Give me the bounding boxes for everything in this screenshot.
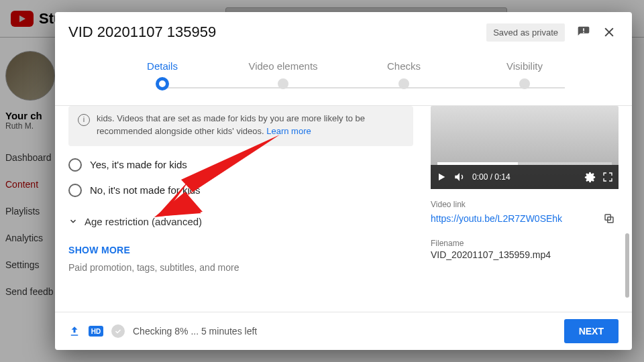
radio-label: No, it's not made for kids [90, 184, 201, 196]
details-column: i kids. Videos that are set as made for … [68, 106, 431, 312]
svg-rect-2 [583, 28, 584, 31]
step-details[interactable]: Details [102, 60, 223, 90]
show-more-button[interactable]: SHOW MORE [68, 245, 413, 255]
filename-label: Filename [431, 239, 619, 248]
video-preview[interactable]: 0:00 / 0:14 [431, 106, 619, 189]
step-dot-icon [519, 78, 530, 89]
step-dot-icon [398, 78, 409, 89]
chevron-down-icon [68, 217, 78, 226]
show-more-subtitle: Paid promotion, tags, subtitles, and mor… [68, 262, 413, 273]
svg-rect-10 [71, 335, 78, 336]
age-restriction-label: Age restriction (advanced) [85, 216, 202, 227]
stepper: Details Video elements Checks Visibility [55, 52, 632, 106]
step-dot-icon [278, 78, 288, 89]
preview-controls: 0:00 / 0:14 [431, 165, 619, 189]
made-for-kids-no[interactable]: No, it's not made for kids [68, 184, 413, 197]
preview-time: 0:00 / 0:14 [472, 172, 511, 182]
radio-label: Yes, it's made for kids [90, 159, 187, 170]
radio-icon [68, 184, 82, 197]
scrollbar-thumb[interactable] [625, 233, 629, 298]
dialog-body: i kids. Videos that are set as made for … [55, 106, 632, 312]
close-icon [602, 25, 616, 39]
step-dot-icon [156, 77, 169, 90]
info-icon: i [78, 114, 90, 126]
uploading-icon [68, 325, 80, 337]
save-status-pill: Saved as private [486, 23, 565, 42]
step-label: Details [147, 60, 178, 72]
fullscreen-icon[interactable] [602, 172, 613, 182]
step-video-elements[interactable]: Video elements [223, 60, 343, 90]
dialog-scrollbar[interactable] [624, 106, 629, 312]
video-link[interactable]: https://youtu.be/L2R7ZW0SEhk [431, 213, 562, 224]
filename-value: VID_20201107_135959.mp4 [431, 249, 619, 260]
step-label: Checks [387, 60, 421, 72]
step-label: Video elements [248, 60, 317, 72]
kids-notice: i kids. Videos that are set as made for … [68, 106, 413, 146]
step-checks[interactable]: Checks [343, 60, 464, 90]
learn-more-link[interactable]: Learn more [266, 126, 311, 136]
gear-icon[interactable] [584, 172, 596, 183]
copy-icon [603, 213, 615, 225]
copy-link-button[interactable] [600, 209, 619, 228]
radio-icon [68, 158, 82, 172]
svg-rect-3 [583, 32, 584, 34]
video-link-label: Video link [431, 200, 619, 209]
preview-column: 0:00 / 0:14 Video link https://youtu.be/… [431, 106, 619, 312]
step-visibility[interactable]: Visibility [464, 60, 585, 90]
check-status-icon [111, 324, 125, 338]
upload-dialog: VID 20201107 135959 Saved as private Det… [55, 12, 632, 350]
step-label: Visibility [506, 60, 543, 72]
dialog-header: VID 20201107 135959 Saved as private [55, 12, 632, 52]
play-icon[interactable] [436, 172, 447, 182]
age-restriction-expander[interactable]: Age restriction (advanced) [68, 216, 413, 227]
dialog-footer: HD Checking 8% ... 5 minutes left NEXT [55, 312, 632, 350]
upload-status-text: Checking 8% ... 5 minutes left [133, 326, 257, 337]
svg-marker-6 [439, 174, 445, 181]
close-button[interactable] [600, 23, 619, 42]
made-for-kids-yes[interactable]: Yes, it's made for kids [68, 158, 413, 172]
feedback-button[interactable] [574, 23, 593, 42]
next-button[interactable]: NEXT [564, 319, 619, 343]
notice-text: kids. Videos that are set as made for ki… [97, 113, 404, 138]
feedback-icon [577, 25, 590, 39]
dialog-title: VID 20201107 135959 [68, 23, 486, 41]
hd-badge: HD [89, 326, 103, 337]
volume-icon[interactable] [453, 171, 466, 183]
